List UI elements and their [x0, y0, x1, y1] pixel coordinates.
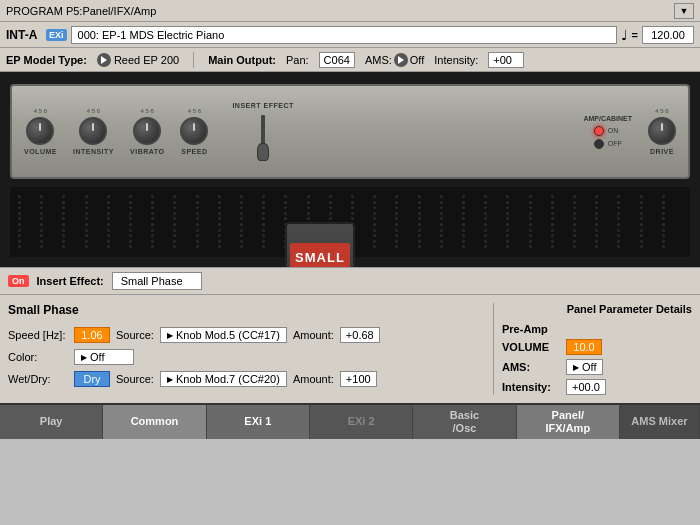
grill-dot	[373, 223, 376, 226]
color-control[interactable]: ▶ Off	[74, 349, 134, 365]
grill-dot	[85, 195, 88, 198]
grill-dot	[218, 240, 221, 243]
grill-dot	[484, 240, 487, 243]
grill-dot	[395, 229, 398, 232]
grill-dot	[395, 223, 398, 226]
grill-dot	[418, 195, 421, 198]
grill-dot	[218, 201, 221, 204]
source2-value[interactable]: ▶ Knob Mod.7 (CC#20)	[160, 371, 287, 387]
grill-dot	[595, 223, 598, 226]
grill-dot	[262, 206, 265, 209]
grill-dot	[395, 245, 398, 248]
speed-param-value[interactable]: 1.06	[74, 327, 110, 343]
grill-dot	[107, 206, 110, 209]
grill-dot	[440, 195, 443, 198]
right-ams-control[interactable]: ▶ Off	[566, 359, 603, 375]
source2-label: Source:	[116, 373, 154, 385]
volume-knob[interactable]	[26, 117, 54, 145]
tab-panel-ifx[interactable]: Panel/ IFX/Amp	[517, 405, 620, 439]
grill-dot	[617, 201, 620, 204]
amp-area: // Generate grill dots inline via JS aft…	[0, 72, 700, 267]
grill-dot	[129, 201, 132, 204]
titlebar-arrow-btn[interactable]: ▼	[674, 3, 694, 19]
grill-dot	[551, 195, 554, 198]
grill-dot	[529, 212, 532, 215]
grill-dot	[529, 217, 532, 220]
grill-dot	[129, 234, 132, 237]
grill-dot	[85, 212, 88, 215]
grill-dot	[573, 234, 576, 237]
grill-dot	[351, 212, 354, 215]
grill-dot	[151, 234, 154, 237]
source1-value[interactable]: ▶ Knob Mod.5 (CC#17)	[160, 327, 287, 343]
tab-common[interactable]: Common	[103, 405, 206, 439]
vibrato-knob[interactable]	[133, 117, 161, 145]
grill-dot	[595, 206, 598, 209]
grill-dot	[40, 195, 43, 198]
grill-dot	[640, 195, 643, 198]
amount1-value[interactable]: +0.68	[340, 327, 380, 343]
grill-dot	[595, 195, 598, 198]
color-row: Color: ▶ Off	[8, 349, 485, 365]
grill-dot	[262, 234, 265, 237]
grill-dot	[506, 240, 509, 243]
divider	[193, 52, 194, 68]
grill-dot	[351, 217, 354, 220]
grill-dot	[240, 223, 243, 226]
grill-dot	[218, 212, 221, 215]
grill-dot	[395, 201, 398, 204]
grill-dot	[196, 223, 199, 226]
grill-dot	[129, 229, 132, 232]
insert-effect-name[interactable]: Small Phase	[112, 272, 202, 290]
grill-dot	[40, 212, 43, 215]
grill-dot	[573, 245, 576, 248]
right-intensity-value[interactable]: +00.0	[566, 379, 606, 395]
grill-dot	[462, 195, 465, 198]
led-on[interactable]	[594, 126, 604, 136]
grill-dot	[129, 212, 132, 215]
ep-model-play-btn[interactable]	[97, 53, 111, 67]
tab-play[interactable]: Play	[0, 405, 103, 439]
tab-ams-mixer[interactable]: AMS Mixer	[620, 405, 700, 439]
tab-exi1[interactable]: EXi 1	[207, 405, 310, 439]
grill-dot	[262, 240, 265, 243]
grill-dot	[529, 229, 532, 232]
grill-dot	[196, 229, 199, 232]
grill-dot	[573, 223, 576, 226]
amount2-value[interactable]: +100	[340, 371, 377, 387]
grill-dot	[151, 223, 154, 226]
grill-dot	[373, 201, 376, 204]
grill-dot	[151, 212, 154, 215]
on-badge[interactable]: On	[8, 275, 29, 287]
preset-display[interactable]: 000: EP-1 MDS Electric Piano	[71, 26, 617, 44]
grill-dot	[151, 201, 154, 204]
tab-basic-osc[interactable]: Basic /Osc	[413, 405, 516, 439]
tempo-value[interactable]: 120.00	[642, 26, 694, 44]
grill-dot	[617, 240, 620, 243]
led-off[interactable]	[594, 139, 604, 149]
grill-dot	[284, 212, 287, 215]
ep-model-value[interactable]: Reed EP 200	[97, 53, 179, 67]
grill-dot	[351, 195, 354, 198]
grill-dot	[40, 229, 43, 232]
grill-dot	[62, 234, 65, 237]
grill-dot	[418, 206, 421, 209]
intensity-knob[interactable]	[79, 117, 107, 145]
ams-play-btn[interactable]	[394, 53, 408, 67]
wetdry-value[interactable]: Dry	[74, 371, 110, 387]
led-on-label: ON	[608, 127, 619, 134]
small-pedal[interactable]: SMALL	[285, 222, 355, 267]
grill-dot	[551, 229, 554, 232]
pan-value[interactable]: C064	[319, 52, 355, 68]
preamp-label: Pre-Amp	[502, 323, 692, 335]
speed-knob[interactable]	[180, 117, 208, 145]
right-volume-value[interactable]: 10.0	[566, 339, 602, 355]
drive-knob[interactable]	[648, 117, 676, 145]
intensity-value[interactable]: +00	[488, 52, 524, 68]
grill-dot	[151, 240, 154, 243]
exi-badge[interactable]: EXi	[46, 29, 67, 41]
grill-dot	[373, 229, 376, 232]
grill-dot	[418, 234, 421, 237]
grill-dot	[40, 201, 43, 204]
intensity-marks: 4 5 6	[87, 108, 100, 114]
